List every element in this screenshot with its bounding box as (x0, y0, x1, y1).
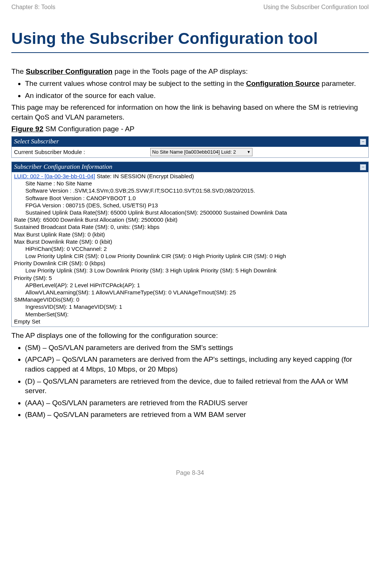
page-footer: Page 8-34 (11, 469, 369, 477)
running-header-left: Chapter 8: Tools (11, 3, 55, 11)
select-subscriber-panel: Select Subscriber − Current Subscriber M… (11, 136, 369, 158)
list-item: (SM) – QoS/VLAN parameters are derived f… (25, 343, 369, 353)
info-line: Max Burst Downlink Rate (SM): 0 (kbit) (14, 238, 366, 245)
list-item: The current values whose control may be … (25, 79, 369, 89)
paragraph: The AP displays one of the following for… (11, 331, 369, 341)
info-line: Software Boot Version : CANOPYBOOT 1.0 (14, 194, 366, 202)
info-line: Software Version : .SVM;14.SVm;0.SVB;25.… (14, 187, 366, 194)
info-line: Sustained Broadcast Data Rate (SM): 0, u… (14, 223, 366, 230)
panel-header: Subscriber Configuration Information − (12, 162, 368, 172)
info-line: IngressVID(SM): 1 ManageVID(SM): 1 (14, 303, 366, 310)
info-line: Priority Downlink CIR (SM): 0 (kbps) (14, 260, 366, 267)
panel-header: Select Subscriber − (12, 137, 368, 147)
info-line: SMManageVIDDis(SM): 0 (14, 296, 366, 303)
collapse-icon[interactable]: − (360, 164, 366, 170)
info-line: Low Priority Uplink CIR (SM): 0 Low Prio… (14, 252, 366, 260)
figure-label: Figure 92 (11, 125, 43, 133)
chevron-down-icon: ▼ (247, 149, 251, 155)
info-line: Site Name : No Site Name (14, 180, 366, 187)
collapse-icon[interactable]: − (360, 139, 366, 145)
list-item: An indicator of the source for each valu… (25, 91, 369, 101)
list-item: (APCAP) – QoS/VLAN parameters are derive… (25, 355, 369, 374)
list-item: (D) – QoS/VLAN parameters are retrieved … (25, 376, 369, 396)
panel-title: Select Subscriber (14, 137, 59, 146)
title-rule (11, 52, 369, 53)
list-item: (BAM) – QoS/VLAN parameters are retrieve… (25, 410, 369, 420)
info-line: AllowVLANLearning(SM): 1 AllowVLANFrameT… (14, 289, 366, 296)
list-item: (AAA) – QoS/VLAN parameters are retrieve… (25, 398, 369, 408)
info-line: Rate (SM): 65000 Downlink Burst Allocati… (14, 216, 366, 223)
info-line: APBerLevel(AP): 2 Level HiPriTCPAck(AP):… (14, 282, 366, 289)
info-line: Max Burst Uplink Rate (SM): 0 (kbit) (14, 231, 366, 238)
panel-body: LUID: 002 - [0a-00-3e-bb-01-04] State: I… (12, 172, 368, 327)
figure-caption: Figure 92 SM Configuration page - AP (11, 124, 369, 134)
info-line: Empty Set (14, 318, 366, 325)
state-text: State: IN SESSION (Encrypt Disabled) (95, 173, 194, 179)
info-line: Priority (SM): 5 (14, 274, 366, 282)
paragraph: This page may be referenced for informat… (11, 103, 369, 122)
subscriber-config-info-panel: Subscriber Configuration Information − L… (11, 162, 369, 327)
info-line: HiPriChan(SM): 0 VCChannel: 2 (14, 245, 366, 252)
info-line: FPGA Version : 080715 (DES, Sched, US/ET… (14, 202, 366, 209)
info-line: Low Priority Uplink (SM): 3 Low Downlink… (14, 267, 366, 274)
configuration-source-term: Configuration Source (246, 79, 319, 87)
subscriber-config-term: Subscriber Configuration (26, 67, 112, 75)
current-subscriber-label: Current Subscriber Module : (14, 148, 150, 156)
select-value: No Site Name [0a003ebb0104] Luid: 2 (152, 149, 236, 156)
info-line: Sustained Uplink Data Rate(SM): 65000 Up… (14, 209, 366, 216)
intro-paragraph: The Subscriber Configuration page in the… (11, 67, 369, 76)
info-line: MemberSet(SM): (14, 311, 366, 318)
page-title: Using the Subscriber Configuration tool (11, 28, 369, 50)
running-header-right: Using the Subscriber Configuration tool (263, 3, 369, 11)
panel-title: Subscriber Configuration Information (14, 163, 112, 171)
subscriber-select[interactable]: No Site Name [0a003ebb0104] Luid: 2 ▼ (150, 148, 252, 156)
luid-link[interactable]: LUID: 002 - [0a-00-3e-bb-01-04] (14, 173, 95, 179)
